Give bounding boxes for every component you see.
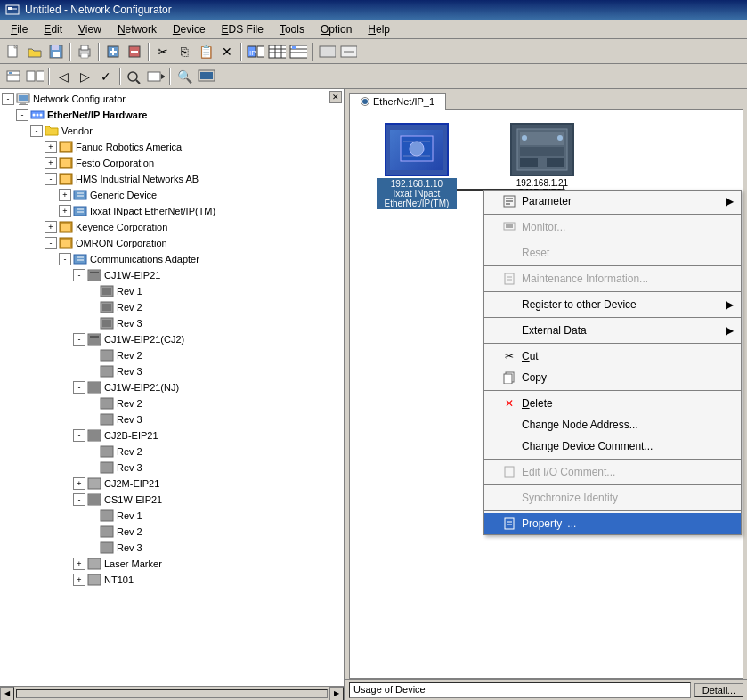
scan-button[interactable] [125,67,144,86]
tree-scroll-left[interactable]: ◀ [0,687,14,701]
menu-edit[interactable]: Edit [37,21,69,37]
tree-node-cj2b[interactable]: - CJ2B-EIP21 [2,427,342,444]
settings-button[interactable] [4,67,23,86]
check-button[interactable]: ✓ [96,67,116,86]
address-button[interactable]: IP [246,42,265,61]
ctx-cut[interactable]: ✂ Cut [484,346,741,367]
tree-node-cj1w-rev2[interactable]: Rev 2 [2,299,342,315]
tree-node-omron[interactable]: - OMRON Corporation [2,235,342,251]
menu-help[interactable]: Help [361,21,397,37]
expand-hw[interactable]: - [16,109,28,121]
tree-node-laser[interactable]: + Laser Marker [2,556,342,572]
ctx-change-node[interactable]: Change Node Address... [484,414,741,435]
tree-node-nt101[interactable]: + NT101 [2,572,342,588]
tree-node-nj-rev3[interactable]: Rev 3 [2,411,342,427]
tree-node-vendor[interactable]: - Vendor [2,123,342,139]
tree-node-nj[interactable]: - CJ1W-EIP21(NJ) [2,379,342,395]
monitor2-button[interactable] [196,67,215,86]
tab-ethernet[interactable]: EtherNet/IP_1 [349,93,446,110]
menu-tools[interactable]: Tools [272,21,312,37]
tree-node-nj-rev2[interactable]: Rev 2 [2,395,342,411]
tree-scroll-right[interactable]: ▶ [329,687,344,701]
grid-button[interactable] [288,42,308,61]
expand-keyence[interactable]: + [45,221,57,233]
expand-root[interactable]: - [2,93,14,105]
compare-button[interactable] [25,67,45,86]
add-device-button[interactable] [103,42,123,61]
tree-node-festo[interactable]: + Festo Corporation [2,155,342,171]
tb-btn-a[interactable] [317,42,337,61]
delete-button[interactable]: ✕ [217,42,237,61]
expand-festo[interactable]: + [45,157,57,169]
copy-button[interactable]: ⎘ [175,42,194,61]
ctx-register[interactable]: Register to other Device ▶ [484,294,741,315]
tree-node-cj1w[interactable]: - CJ1W-EIP21 [2,267,342,283]
expand-cj1w[interactable]: - [73,269,85,281]
expand-omron[interactable]: - [45,237,57,249]
ctx-delete[interactable]: ✕ Delete [484,393,741,414]
expand-nj[interactable]: - [73,381,85,394]
arrow-left-button[interactable]: ◁ [53,67,73,86]
open-button[interactable] [25,42,45,61]
tree-area[interactable]: - Network Configurator - EtherNet/IP Har… [0,89,344,686]
expand-nt101[interactable]: + [73,574,85,586]
tree-node-fanuc[interactable]: + Fanuc Robotics America [2,139,342,155]
expand-laser[interactable]: + [73,558,85,570]
expand-fanuc[interactable]: + [45,141,57,153]
tree-node-cj1w-rev3[interactable]: Rev 3 [2,315,342,331]
tree-node-cj2b-rev2[interactable]: Rev 2 [2,444,342,460]
ctx-external[interactable]: External Data ▶ [484,320,741,341]
menu-network[interactable]: Network [110,21,164,37]
ctx-change-comment[interactable]: Change Device Comment... [484,435,741,457]
expand-ixxat[interactable]: + [59,205,71,217]
tree-node-cs1w[interactable]: - CS1W-EIP21 [2,492,342,508]
tree-node-ixxat[interactable]: + Ixxat INpact EtherNet/IP(TM) [2,203,342,219]
tree-node-generic[interactable]: + Generic Device [2,187,342,203]
device-item-cj2b[interactable]: 192.168.1.21 CJ2B-EIP21 [510,123,574,198]
tree-node-keyence[interactable]: + Keyence Corporation [2,219,342,235]
tb-btn-b[interactable] [338,42,358,61]
tree-node-cs1w-rev3[interactable]: Rev 3 [2,540,342,556]
tree-node-cs1w-rev2[interactable]: Rev 2 [2,524,342,540]
expand-cj2b[interactable]: - [73,429,85,442]
menu-eds[interactable]: EDS File [215,21,271,37]
tree-node-cj2-rev3[interactable]: Rev 3 [2,363,342,379]
left-panel-close[interactable]: ✕ [329,91,342,103]
ctx-parameter[interactable]: Parameter ▶ [484,191,741,212]
delete-device-button[interactable] [125,42,144,61]
menu-file[interactable]: File [4,21,35,37]
expand-vendor[interactable]: - [30,125,43,137]
tree-node-hw[interactable]: - EtherNet/IP Hardware [2,107,342,123]
tree-node-cj1w-rev1[interactable]: Rev 1 [2,283,342,299]
expand-comms[interactable]: - [59,253,71,265]
menu-view[interactable]: View [71,21,109,37]
ctx-property[interactable]: Property ... [484,513,741,534]
cut-button[interactable]: ✂ [153,42,173,61]
menu-device[interactable]: Device [166,21,213,37]
zoom-button[interactable]: 🔍 [175,67,194,86]
tree-node-cj2b-rev3[interactable]: Rev 3 [2,460,342,476]
menu-option[interactable]: Option [313,21,359,37]
transfer-button[interactable] [146,67,166,86]
tree-node-root[interactable]: - Network Configurator [2,91,342,107]
canvas-area[interactable]: 192.168.1.10 Ixxat INpact EtherNet/IP(TM… [349,109,743,679]
detail-button[interactable]: Detail... [694,683,743,697]
table-button[interactable] [267,42,287,61]
ctx-copy[interactable]: Copy [484,367,741,388]
expand-hms[interactable]: - [45,173,57,185]
paste-button[interactable]: 📋 [196,42,215,61]
tree-node-comms[interactable]: - Communications Adapter [2,251,342,267]
expand-generic[interactable]: + [59,189,71,201]
arrow-right-button[interactable]: ▷ [75,67,94,86]
print-button[interactable] [75,42,94,61]
expand-cj2[interactable]: - [73,333,85,346]
tree-node-cs1w-rev1[interactable]: Rev 1 [2,508,342,524]
tree-node-cj2-rev2[interactable]: Rev 2 [2,347,342,363]
tree-node-cj2m[interactable]: + CJ2M-EIP21 [2,476,342,492]
expand-cj2m[interactable]: + [73,477,85,490]
save-button[interactable] [46,42,66,61]
tree-node-cj2[interactable]: - CJ1W-EIP21(CJ2) [2,331,342,347]
device-item-ixxat[interactable]: 192.168.1.10 Ixxat INpact EtherNet/IP(TM… [377,123,457,209]
tree-node-hms[interactable]: - HMS Industrial Networks AB [2,171,342,187]
expand-cs1w[interactable]: - [73,493,85,506]
